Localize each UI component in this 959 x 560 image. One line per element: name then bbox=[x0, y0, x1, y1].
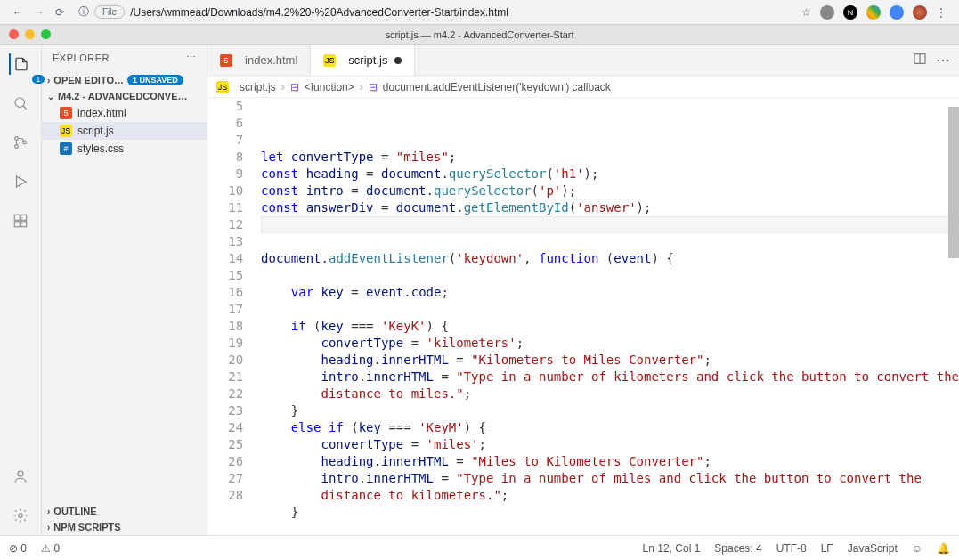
code-line[interactable]: if (key === 'KeyK') { bbox=[261, 318, 959, 335]
code-line[interactable]: distance to miles."; bbox=[261, 386, 959, 402]
js-file-icon: JS bbox=[323, 54, 336, 67]
tab-index.html[interactable]: 5index.html bbox=[207, 45, 311, 76]
outline-header[interactable]: › OUTLINE bbox=[42, 503, 207, 519]
editor-more-icon[interactable]: ⋯ bbox=[936, 52, 950, 69]
svg-point-2 bbox=[15, 145, 19, 149]
code-line[interactable]: var key = event.code; bbox=[261, 284, 959, 301]
code-line[interactable] bbox=[261, 267, 959, 284]
code-line[interactable]: convertType = 'miles'; bbox=[261, 436, 959, 453]
profile-avatar[interactable] bbox=[913, 5, 927, 20]
url-scheme-pill: File bbox=[94, 5, 125, 19]
code-line[interactable]: } bbox=[261, 504, 959, 521]
line-number: 19 bbox=[207, 335, 243, 352]
scroll-thumb[interactable] bbox=[948, 107, 959, 258]
open-editors-header[interactable]: › OPEN EDITO… 1 UNSAVED bbox=[42, 72, 207, 88]
line-number: 11 bbox=[207, 199, 243, 216]
reload-button[interactable]: ⟳ bbox=[50, 6, 69, 19]
code-line[interactable]: document.addEventListener('keydown', fun… bbox=[261, 250, 959, 267]
html-file-icon: 5 bbox=[60, 107, 72, 119]
file-entry-script.js[interactable]: JSscript.js bbox=[42, 122, 207, 140]
line-number: 14 bbox=[207, 250, 243, 267]
breadcrumbs[interactable]: JS script.js › ⊟ <function> › ⊟ document… bbox=[207, 77, 959, 98]
code-lines[interactable]: let convertType = "miles";const heading … bbox=[261, 98, 959, 535]
status-eol[interactable]: LF bbox=[821, 542, 833, 555]
bookmark-star-icon[interactable]: ☆ bbox=[801, 6, 811, 19]
code-line[interactable] bbox=[261, 301, 959, 318]
line-number: 12 bbox=[207, 216, 243, 233]
activity-accounts[interactable] bbox=[10, 466, 31, 487]
status-cursor[interactable]: Ln 12, Col 1 bbox=[643, 542, 701, 555]
code-line[interactable]: const intro = document.querySelector('p'… bbox=[261, 183, 959, 199]
extension-icon-2[interactable]: N bbox=[843, 5, 857, 20]
code-line[interactable]: intro.innerHTML = "Type in a number of k… bbox=[261, 369, 959, 386]
code-line[interactable]: heading.innerHTML = "Miles to Kilometers… bbox=[261, 453, 959, 470]
line-highlight bbox=[261, 216, 959, 233]
split-editor-icon[interactable] bbox=[913, 52, 927, 69]
window-titlebar: script.js — m4.2 - AdvancedConverter-Sta… bbox=[0, 25, 959, 45]
forward-button[interactable]: → bbox=[28, 6, 50, 19]
code-line[interactable]: heading.innerHTML = "Kilometers to Miles… bbox=[261, 352, 959, 369]
line-number: 6 bbox=[207, 115, 243, 132]
line-number: 13 bbox=[207, 233, 243, 250]
status-warnings[interactable]: ⚠ 0 bbox=[41, 542, 60, 555]
editor-scrollbar[interactable] bbox=[948, 98, 959, 535]
line-number: 28 bbox=[207, 487, 243, 504]
address-bar[interactable]: ⓘ File /Users/wmmead/Downloads/m4.2%20-%… bbox=[78, 4, 801, 20]
npm-scripts-label: NPM SCRIPTS bbox=[53, 522, 120, 532]
folder-header[interactable]: ⌄ M4.2 - ADVANCEDCONVE… bbox=[42, 88, 207, 104]
feedback-icon[interactable]: ☺ bbox=[912, 542, 922, 555]
code-line[interactable]: } bbox=[261, 402, 959, 419]
code-line[interactable]: intro.innerHTML = "Type in a number of m… bbox=[261, 470, 959, 487]
code-line[interactable]: const heading = document.querySelector('… bbox=[261, 166, 959, 183]
extension-icon-3[interactable] bbox=[866, 5, 881, 20]
chevron-down-icon: ⌄ bbox=[47, 92, 54, 101]
file-entry-styles.css[interactable]: #styles.css bbox=[42, 140, 207, 158]
status-errors[interactable]: ⊘ 0 bbox=[9, 542, 27, 555]
status-language[interactable]: JavaScript bbox=[848, 542, 898, 555]
open-editors-label: OPEN EDITO… bbox=[53, 75, 124, 85]
status-encoding[interactable]: UTF-8 bbox=[776, 542, 807, 555]
file-name: script.js bbox=[77, 125, 114, 137]
code-line[interactable]: let convertType = "miles"; bbox=[261, 149, 959, 166]
activity-explorer[interactable]: 1 bbox=[9, 53, 30, 75]
code-line[interactable]: else if (key === 'KeyM') { bbox=[261, 419, 959, 436]
file-entry-index.html[interactable]: 5index.html bbox=[42, 104, 207, 122]
notifications-icon[interactable]: 🔔 bbox=[937, 542, 950, 555]
line-number: 10 bbox=[207, 183, 243, 199]
error-icon: ⊘ bbox=[9, 542, 18, 555]
tab-script.js[interactable]: JSscript.js bbox=[311, 45, 415, 76]
activity-settings[interactable] bbox=[10, 505, 31, 526]
info-icon: ⓘ bbox=[78, 4, 89, 20]
breadcrumb-scope1[interactable]: <function> bbox=[305, 81, 354, 93]
unsaved-badge: 1 UNSAVED bbox=[127, 75, 183, 85]
activity-source-control[interactable] bbox=[10, 132, 31, 153]
browser-toolbar: ← → ⟳ ⓘ File /Users/wmmead/Downloads/m4.… bbox=[0, 0, 959, 25]
chrome-menu-icon[interactable]: ⋮ bbox=[936, 6, 947, 19]
activity-run-debug[interactable] bbox=[10, 171, 31, 192]
code-editor[interactable]: 5678910111213141516171819202122232425262… bbox=[207, 98, 959, 535]
breadcrumb-file[interactable]: script.js bbox=[240, 81, 276, 93]
dirty-dot-icon bbox=[394, 57, 402, 64]
code-line[interactable] bbox=[261, 521, 959, 535]
extension-icon-1[interactable] bbox=[820, 5, 834, 20]
breadcrumb-scope2[interactable]: document.addEventListener('keydown') cal… bbox=[383, 81, 611, 93]
activity-extensions[interactable] bbox=[10, 210, 31, 231]
activity-bar: 1 bbox=[0, 45, 42, 535]
line-number: 20 bbox=[207, 352, 243, 369]
svg-rect-4 bbox=[14, 215, 20, 220]
code-line[interactable]: convertType = 'kilometers'; bbox=[261, 335, 959, 352]
npm-scripts-header[interactable]: › NPM SCRIPTS bbox=[42, 519, 207, 535]
tab-bar: 5index.htmlJSscript.js ⋯ bbox=[207, 45, 959, 77]
status-spaces[interactable]: Spaces: 4 bbox=[714, 542, 761, 555]
code-line[interactable]: const answerDiv = document.getElementByI… bbox=[261, 199, 959, 216]
activity-search[interactable] bbox=[10, 93, 31, 114]
chevron-right-icon: › bbox=[360, 81, 363, 93]
status-bar: ⊘ 0 ⚠ 0 Ln 12, Col 1 Spaces: 4 UTF-8 LF … bbox=[0, 535, 959, 560]
extension-icon-4[interactable] bbox=[890, 5, 904, 20]
explorer-more-icon[interactable]: ⋯ bbox=[186, 52, 197, 63]
svg-rect-6 bbox=[14, 222, 20, 227]
code-line[interactable]: distance to kilometers."; bbox=[261, 487, 959, 504]
chevron-right-icon: › bbox=[47, 523, 50, 532]
code-line[interactable] bbox=[261, 233, 959, 250]
back-button[interactable]: ← bbox=[7, 6, 28, 19]
